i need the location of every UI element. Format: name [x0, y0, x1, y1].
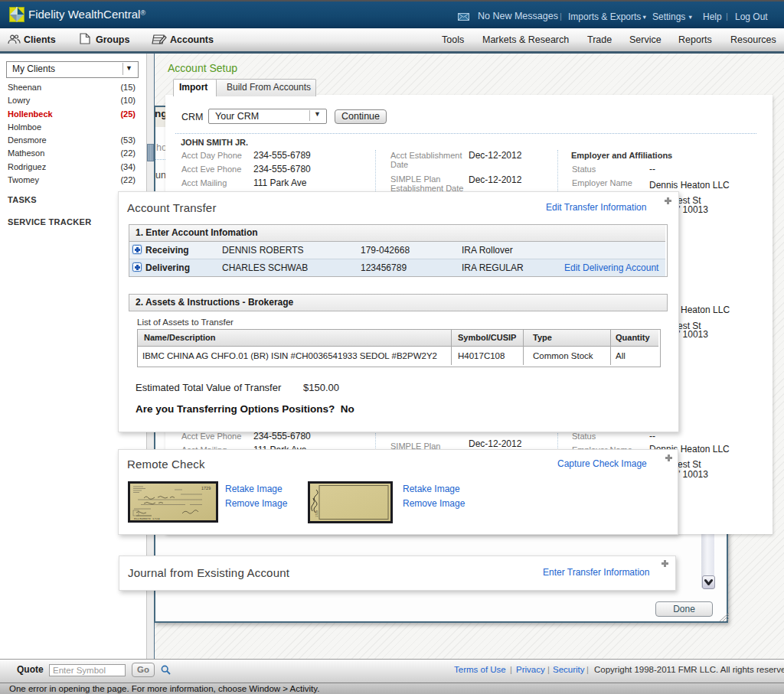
- svg-text:012345678 1729: 012345678 1729: [134, 517, 160, 520]
- svg-text:1729: 1729: [315, 510, 318, 517]
- svg-text:1729: 1729: [201, 486, 211, 490]
